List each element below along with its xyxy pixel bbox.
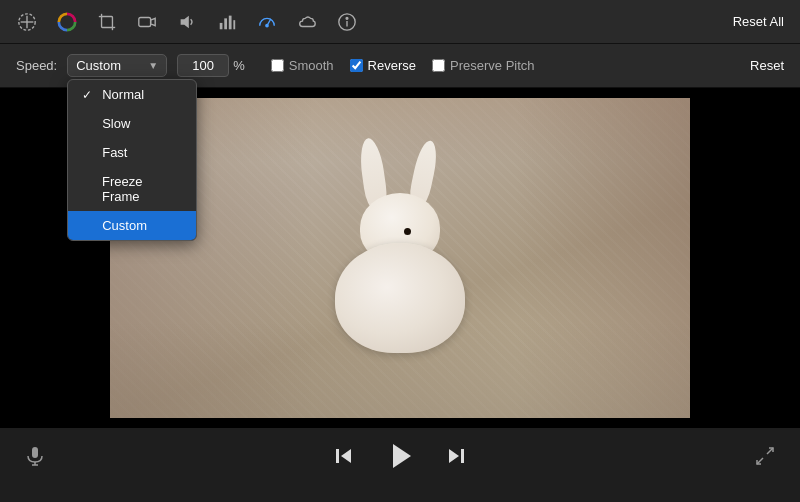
dropdown-label-slow: Slow	[102, 116, 130, 131]
preserve-pitch-checkbox-label[interactable]: Preserve Pitch	[432, 58, 535, 73]
speed-dropdown-button[interactable]: Custom ▼	[67, 54, 167, 77]
dropdown-item-normal[interactable]: ✓ Normal	[68, 80, 196, 109]
color-wheel-icon[interactable]	[56, 11, 78, 33]
playback-center	[333, 439, 467, 473]
svg-rect-4	[102, 16, 113, 27]
svg-rect-13	[224, 18, 227, 29]
smooth-checkbox-label[interactable]: Smooth	[271, 58, 334, 73]
check-icon: ✓	[82, 88, 94, 102]
bunny-figure	[310, 193, 490, 353]
speedometer-icon[interactable]	[256, 11, 278, 33]
dropdown-label-normal: Normal	[102, 87, 144, 102]
wand-icon[interactable]	[16, 11, 38, 33]
info-icon[interactable]	[336, 11, 358, 33]
bunny-body	[335, 243, 465, 353]
playback-bar	[0, 428, 800, 484]
preserve-pitch-label: Preserve Pitch	[450, 58, 535, 73]
crop-icon[interactable]	[96, 11, 118, 33]
dropdown-item-slow[interactable]: Slow	[68, 109, 196, 138]
video-camera-icon[interactable]	[136, 11, 158, 33]
svg-marker-10	[151, 18, 156, 25]
effects-icon[interactable]	[296, 11, 318, 33]
dropdown-label-custom: Custom	[102, 218, 147, 233]
svg-marker-11	[181, 15, 189, 28]
speed-input-wrapper: %	[177, 54, 245, 77]
chevron-down-icon: ▼	[148, 60, 158, 71]
percent-label: %	[233, 58, 245, 73]
dropdown-label-fast: Fast	[102, 145, 127, 160]
svg-rect-21	[32, 447, 38, 458]
speed-controls-row: Speed: Custom ▼ ✓ Normal Slow Fast Freez…	[0, 44, 800, 88]
svg-line-30	[757, 458, 763, 464]
dropdown-item-fast[interactable]: Fast	[68, 138, 196, 167]
preserve-pitch-checkbox[interactable]	[432, 59, 445, 72]
smooth-checkbox[interactable]	[271, 59, 284, 72]
speed-dropdown-selected: Custom	[76, 58, 121, 73]
play-button[interactable]	[383, 439, 417, 473]
checkboxes-group: Smooth Reverse Preserve Pitch	[271, 58, 535, 73]
playback-left	[24, 445, 46, 467]
svg-marker-27	[449, 449, 459, 463]
svg-marker-24	[341, 449, 351, 463]
speed-dropdown-menu: ✓ Normal Slow Fast Freeze Frame Custom	[67, 79, 197, 241]
dropdown-item-custom[interactable]: Custom	[68, 211, 196, 240]
speed-value-input[interactable]	[177, 54, 229, 77]
toolbar: Reset All	[0, 0, 800, 44]
toolbar-icons	[16, 11, 358, 33]
audio-icon[interactable]	[176, 11, 198, 33]
reverse-checkbox-label[interactable]: Reverse	[350, 58, 416, 73]
svg-rect-28	[461, 449, 464, 463]
svg-rect-12	[220, 22, 223, 28]
svg-line-29	[767, 448, 773, 454]
speed-label: Speed:	[16, 58, 57, 73]
dropdown-item-freeze-frame[interactable]: Freeze Frame	[68, 167, 196, 211]
dropdown-label-freeze: Freeze Frame	[102, 174, 182, 204]
svg-point-20	[346, 17, 348, 19]
svg-point-17	[265, 23, 269, 27]
reverse-label: Reverse	[368, 58, 416, 73]
svg-rect-14	[229, 15, 232, 29]
playback-right	[754, 445, 776, 467]
fullscreen-button[interactable]	[754, 445, 776, 467]
svg-rect-25	[336, 449, 339, 463]
svg-marker-26	[393, 444, 411, 468]
svg-rect-15	[233, 20, 235, 29]
speed-dropdown-wrapper: Custom ▼ ✓ Normal Slow Fast Freeze Frame	[67, 54, 167, 77]
skip-back-button[interactable]	[333, 445, 355, 467]
microphone-button[interactable]	[24, 445, 46, 467]
chart-icon[interactable]	[216, 11, 238, 33]
reset-all-button[interactable]: Reset All	[733, 14, 784, 29]
skip-forward-button[interactable]	[445, 445, 467, 467]
reverse-checkbox[interactable]	[350, 59, 363, 72]
smooth-label: Smooth	[289, 58, 334, 73]
svg-rect-9	[139, 17, 151, 26]
reset-button[interactable]: Reset	[750, 58, 784, 73]
bunny-eye	[404, 228, 411, 235]
